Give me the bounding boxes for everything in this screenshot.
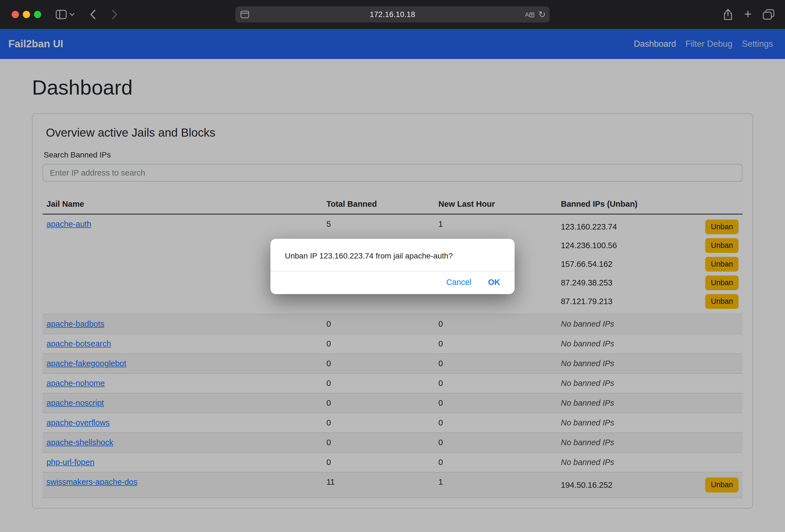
translate-icon[interactable]: A [524,10,534,19]
address-bar-actions: A ↻ [524,6,546,23]
total-banned-value: 0 [322,393,434,413]
nav-link-settings[interactable]: Settings [737,39,778,49]
table-row: apache-fakegooglebot 0 0 No banned IPs [43,354,742,373]
header-jail-name: Jail Name [43,195,322,214]
reload-icon[interactable]: ↻ [538,10,546,19]
dialog-footer: Cancel OK [270,272,515,294]
new-last-hour-value: 0 [434,413,557,433]
new-last-hour-value: 0 [434,433,557,452]
back-button[interactable] [90,9,96,20]
banned-ips-cell: 123.160.223.74 Unban 124.236.100.56 Unba… [557,214,742,314]
browser-window: 172.16.10.18 A ↻ + Fail2ban UI Dashboard [0,0,785,532]
banned-ip: 123.160.223.74 [561,222,617,231]
banned-ip-row: 194.50.16.252 Unban [561,478,738,492]
banned-ip-row: 123.160.223.74 Unban [561,220,738,234]
table-row: php-url-fopen 0 0 No banned IPs [43,452,742,472]
header-total-banned: Total Banned [322,195,434,214]
banned-ips-cell: 194.50.16.252 Unban [557,472,742,498]
no-banned-ips-text: No banned IPs [561,359,614,368]
traffic-lights [12,11,41,18]
no-banned-ips-text: No banned IPs [561,399,614,407]
jail-link[interactable]: apache-noscript [47,399,104,407]
close-window-button[interactable] [12,11,19,18]
header-new-last-hour: New Last Hour [434,195,557,214]
banned-ip-row: 124.236.100.56 Unban [561,238,738,253]
navbar-links: Dashboard Filter Debug Settings [629,39,778,49]
page-title: Dashboard [32,76,753,99]
new-last-hour-value: 0 [434,452,557,472]
address-bar[interactable]: 172.16.10.18 A ↻ [235,6,550,23]
total-banned-value: 11 [322,472,434,498]
app-brand[interactable]: Fail2ban UI [7,38,63,50]
ok-button[interactable]: OK [488,278,501,287]
tab-overview-icon[interactable] [763,9,775,20]
confirm-dialog: Unban IP 123.160.223.74 from jail apache… [270,239,515,294]
no-banned-ips-text: No banned IPs [561,320,614,328]
total-banned-value: 0 [322,373,434,393]
no-banned-ips-text: No banned IPs [561,418,614,427]
jails-overview-card: Overview active Jails and Blocks Search … [32,113,753,509]
table-row: apache-overflows 0 0 No banned IPs [43,413,742,433]
jail-link[interactable]: apache-nohome [47,379,105,387]
no-banned-ips-text: No banned IPs [561,438,614,447]
svg-text:A: A [525,11,529,18]
new-last-hour-value: 0 [434,373,557,393]
banned-ip: 124.236.100.56 [561,241,617,250]
new-tab-icon[interactable]: + [744,7,752,20]
search-input[interactable] [43,164,742,182]
total-banned-value: 0 [322,314,434,334]
unban-button[interactable]: Unban [705,257,738,272]
unban-button[interactable]: Unban [705,294,738,309]
new-last-hour-value: 1 [434,472,557,498]
nav-link-dashboard[interactable]: Dashboard [629,39,681,49]
banned-ip-row: 87.121.79.213 Unban [561,294,738,309]
table-row: apache-badbots 0 0 No banned IPs [43,314,742,334]
table-row: swissmakers-apache-dos 11 1 194.50.16.25… [43,472,742,498]
app-navbar: Fail2ban UI Dashboard Filter Debug Setti… [0,29,785,59]
banned-ip: 87.121.79.213 [561,297,612,306]
table-row: apache-botsearch 0 0 No banned IPs [43,334,742,354]
minimize-window-button[interactable] [23,11,30,18]
jail-link[interactable]: apache-fakegooglebot [47,359,126,368]
no-banned-ips-text: No banned IPs [561,458,614,466]
total-banned-value: 0 [322,413,434,433]
jail-link[interactable]: apache-shellshock [47,438,113,447]
unban-button[interactable]: Unban [705,276,738,290]
jail-link[interactable]: swissmakers-apache-dos [47,478,137,486]
nav-link-filter-debug[interactable]: Filter Debug [681,39,737,49]
chrome-left-controls [0,9,118,20]
table-row: apache-nohome 0 0 No banned IPs [43,373,742,393]
jail-link[interactable]: apache-auth [47,220,91,228]
unban-button[interactable]: Unban [705,220,738,234]
chrome-right-controls: + [723,0,775,29]
search-label: Search Banned IPs [44,151,742,159]
no-banned-ips-text: No banned IPs [561,379,614,387]
total-banned-value: 0 [322,433,434,452]
new-last-hour-value: 0 [434,334,557,354]
table-row: apache-shellshock 0 0 No banned IPs [43,433,742,452]
chevron-down-icon[interactable] [70,13,75,16]
header-banned-ips: Banned IPs (Unban) [557,195,742,214]
jail-link[interactable]: php-url-fopen [47,458,95,466]
url-text[interactable]: 172.16.10.18 [235,10,550,19]
unban-button[interactable]: Unban [705,238,738,253]
cancel-button[interactable]: Cancel [446,278,471,287]
jail-link[interactable]: apache-badbots [47,320,104,328]
dialog-message: Unban IP 123.160.223.74 from jail apache… [270,239,515,271]
page-format-icon[interactable] [240,10,249,18]
sidebar-toggle-icon[interactable] [56,10,67,19]
zoom-window-button[interactable] [34,11,41,18]
sidebar-toggle-group [56,10,75,19]
total-banned-value: 0 [322,354,434,373]
unban-button[interactable]: Unban [705,478,738,492]
new-last-hour-value: 0 [434,393,557,413]
jail-link[interactable]: apache-overflows [47,418,109,427]
table-header-row: Jail Name Total Banned New Last Hour Ban… [43,195,742,214]
new-last-hour-value: 0 [434,354,557,373]
jail-link[interactable]: apache-botsearch [47,339,111,348]
no-banned-ips-text: No banned IPs [561,339,614,348]
share-icon[interactable] [723,8,733,21]
banned-ip-row: 87.249.38.253 Unban [561,276,738,290]
card-title: Overview active Jails and Blocks [46,126,742,140]
forward-button[interactable] [111,9,118,20]
